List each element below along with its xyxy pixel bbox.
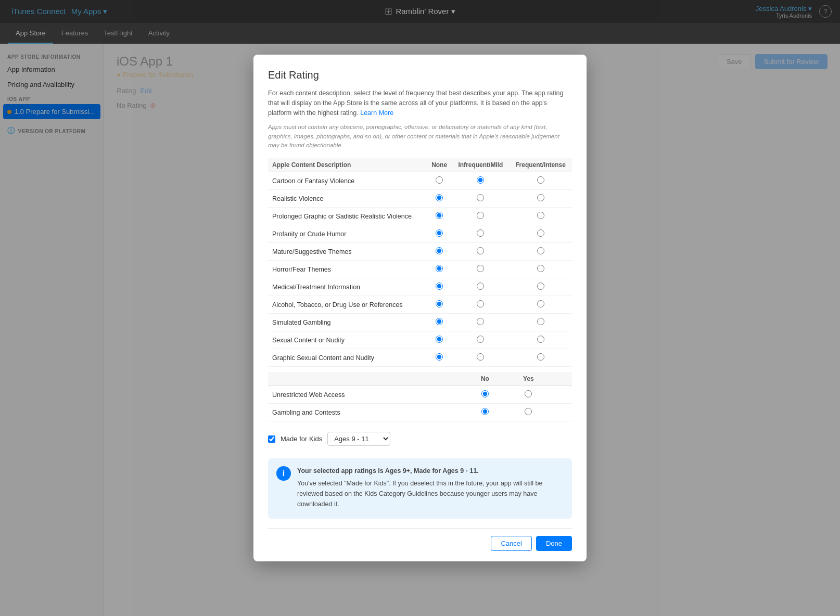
age-range-select[interactable]: Ages 9 - 11 Ages 5 - 8 Ages 2 - 4 All ag… (327, 432, 390, 446)
bool-col-no: No (465, 372, 505, 386)
radio-infrequent[interactable] (452, 278, 509, 296)
done-button[interactable]: Done (536, 536, 572, 551)
radio-infrequent[interactable] (452, 190, 509, 208)
radio-none[interactable] (426, 296, 452, 314)
radio-none[interactable] (426, 349, 452, 367)
rating-table: Apple Content Description None Infrequen… (268, 158, 572, 367)
col-infrequent: Infrequent/Mild (452, 158, 509, 172)
made-for-kids-label: Made for Kids (281, 435, 322, 443)
row-label: Sexual Content or Nudity (268, 331, 426, 349)
rating-row: Medical/Treatment Information (268, 278, 572, 296)
rating-row: Realistic Violence (268, 190, 572, 208)
radio-infrequent[interactable] (452, 314, 509, 331)
radio-frequent[interactable] (509, 225, 572, 243)
row-label: Medical/Treatment Information (268, 278, 426, 296)
radio-frequent[interactable] (509, 261, 572, 278)
row-label: Profanity or Crude Humor (268, 225, 426, 243)
radio-infrequent[interactable] (452, 331, 509, 349)
modal-title: Edit Rating (268, 69, 572, 81)
radio-frequent[interactable] (509, 349, 572, 367)
radio-none[interactable] (426, 261, 452, 278)
bool-empty (552, 404, 572, 421)
info-box: i Your selected app ratings is Ages 9+, … (268, 458, 572, 519)
modal-warning: Apps must not contain any obscene, porno… (268, 123, 572, 150)
bool-row: Unrestricted Web Access (268, 386, 572, 404)
radio-none[interactable] (426, 225, 452, 243)
info-body: You've selected "Made for Kids". If you … (297, 478, 564, 509)
info-title: Your selected app ratings is Ages 9+, Ma… (297, 467, 479, 474)
radio-frequent[interactable] (509, 243, 572, 261)
bool-row-label: Unrestricted Web Access (268, 386, 465, 404)
rating-row: Sexual Content or Nudity (268, 331, 572, 349)
rating-row: Cartoon or Fantasy Violence (268, 172, 572, 190)
col-description: Apple Content Description (268, 158, 426, 172)
bool-table: No Yes Unrestricted Web Access Gambling … (268, 372, 572, 421)
row-label: Mature/Suggestive Themes (268, 243, 426, 261)
row-label: Alcohol, Tobacco, or Drug Use or Referen… (268, 296, 426, 314)
bool-empty (552, 386, 572, 404)
modal-overlay: Edit Rating For each content description… (0, 0, 840, 616)
radio-infrequent[interactable] (452, 225, 509, 243)
row-label: Realistic Violence (268, 190, 426, 208)
row-label: Horror/Fear Themes (268, 261, 426, 278)
radio-none[interactable] (426, 278, 452, 296)
made-for-kids-row: Made for Kids Ages 9 - 11 Ages 5 - 8 Age… (268, 427, 572, 451)
bool-col-label (268, 372, 465, 386)
radio-frequent[interactable] (509, 278, 572, 296)
modal-footer: Cancel Done (268, 528, 572, 551)
bool-row-label: Gambling and Contests (268, 404, 465, 421)
col-none: None (426, 158, 452, 172)
bool-radio-no[interactable] (465, 386, 505, 404)
made-for-kids-checkbox[interactable] (268, 435, 275, 443)
radio-frequent[interactable] (509, 314, 572, 331)
bool-radio-yes[interactable] (505, 386, 552, 404)
radio-none[interactable] (426, 208, 452, 225)
radio-none[interactable] (426, 331, 452, 349)
learn-more-link[interactable]: Learn More (360, 109, 393, 117)
rating-row: Profanity or Crude Humor (268, 225, 572, 243)
row-label: Prolonged Graphic or Sadistic Realistic … (268, 208, 426, 225)
row-label: Cartoon or Fantasy Violence (268, 172, 426, 190)
radio-frequent[interactable] (509, 296, 572, 314)
radio-infrequent[interactable] (452, 296, 509, 314)
bool-col-yes: Yes (505, 372, 552, 386)
rating-row: Mature/Suggestive Themes (268, 243, 572, 261)
rating-row: Graphic Sexual Content and Nudity (268, 349, 572, 367)
radio-frequent[interactable] (509, 208, 572, 225)
modal-description: For each content description, select the… (268, 88, 572, 118)
info-icon: i (276, 466, 291, 481)
radio-frequent[interactable] (509, 190, 572, 208)
col-frequent: Frequent/Intense (509, 158, 572, 172)
radio-infrequent[interactable] (452, 172, 509, 190)
edit-rating-modal: Edit Rating For each content description… (253, 55, 587, 561)
bool-col-empty (552, 372, 572, 386)
row-label: Graphic Sexual Content and Nudity (268, 349, 426, 367)
radio-infrequent[interactable] (452, 261, 509, 278)
bool-radio-yes[interactable] (505, 404, 552, 421)
rating-row: Prolonged Graphic or Sadistic Realistic … (268, 208, 572, 225)
info-text: Your selected app ratings is Ages 9+, Ma… (297, 466, 564, 511)
radio-infrequent[interactable] (452, 208, 509, 225)
radio-none[interactable] (426, 314, 452, 331)
radio-infrequent[interactable] (452, 349, 509, 367)
rating-row: Alcohol, Tobacco, or Drug Use or Referen… (268, 296, 572, 314)
radio-none[interactable] (426, 243, 452, 261)
rating-row: Horror/Fear Themes (268, 261, 572, 278)
radio-none[interactable] (426, 172, 452, 190)
radio-none[interactable] (426, 190, 452, 208)
radio-frequent[interactable] (509, 172, 572, 190)
row-label: Simulated Gambling (268, 314, 426, 331)
bool-row: Gambling and Contests (268, 404, 572, 421)
rating-row: Simulated Gambling (268, 314, 572, 331)
cancel-button[interactable]: Cancel (491, 536, 531, 551)
bool-radio-no[interactable] (465, 404, 505, 421)
radio-infrequent[interactable] (452, 243, 509, 261)
radio-frequent[interactable] (509, 331, 572, 349)
